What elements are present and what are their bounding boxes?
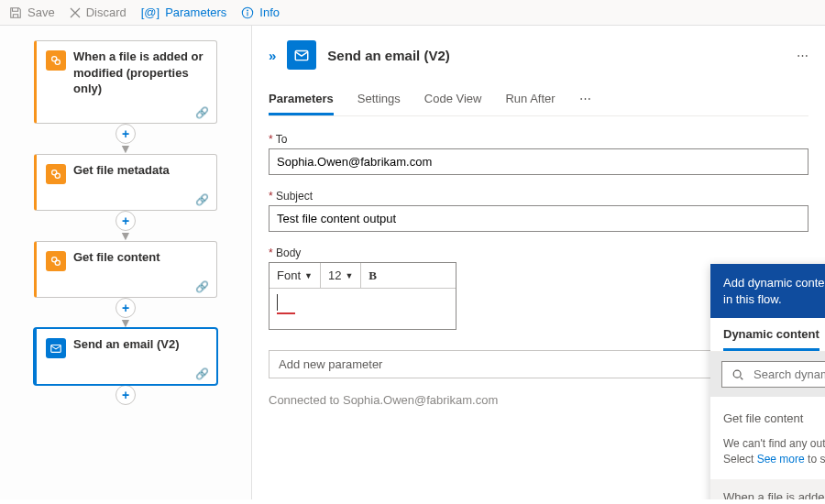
dynamic-search-input[interactable] xyxy=(754,367,825,381)
text-cursor xyxy=(277,294,278,311)
tab-overflow[interactable]: ⋯ xyxy=(579,86,591,115)
step-detail-panel: » Send an email (V2) ⋯ Parameters Settin… xyxy=(252,26,825,499)
arrow-down-icon: ▼ xyxy=(119,318,132,328)
body-editor: Font▼ 12▼ B xyxy=(269,262,456,330)
step-metadata-title: Get file metadata xyxy=(73,162,170,179)
caret-down-icon: ▼ xyxy=(345,271,353,280)
dynamic-section-get-file-content: Get file content See more xyxy=(710,397,825,436)
parameters-button[interactable]: [@] Parameters xyxy=(141,5,227,19)
editor-toolbar: Font▼ 12▼ B xyxy=(270,263,456,289)
font-size-selector[interactable]: 12▼ xyxy=(321,263,361,288)
detail-tabs: Parameters Settings Code View Run After … xyxy=(269,86,808,116)
body-label: * Body xyxy=(269,247,808,259)
discard-button[interactable]: Discard xyxy=(70,5,126,19)
dynamic-empty-message: We can't find any outputs to match this … xyxy=(710,436,825,479)
close-icon xyxy=(70,7,81,18)
svg-rect-2 xyxy=(248,12,248,16)
svg-point-6 xyxy=(55,173,60,178)
more-menu-button[interactable]: ⋯ xyxy=(797,49,808,62)
info-label: Info xyxy=(259,5,280,19)
outlook-icon xyxy=(46,338,66,358)
dynamic-header-text: Add dynamic content from the apps and co… xyxy=(723,275,825,307)
to-input[interactable] xyxy=(269,148,808,175)
link-icon: 🔗 xyxy=(195,280,209,293)
dynamic-search-box[interactable] xyxy=(721,361,825,388)
section-title: Get file content xyxy=(723,411,803,425)
main-area: When a file is added or modified (proper… xyxy=(0,26,825,499)
step-get-file-content[interactable]: Get file content 🔗 xyxy=(34,241,217,298)
save-icon xyxy=(9,6,22,19)
add-step-button[interactable]: + xyxy=(116,385,136,405)
detail-header: » Send an email (V2) ⋯ xyxy=(269,38,808,75)
discard-label: Discard xyxy=(86,5,126,19)
detail-title: Send an email (V2) xyxy=(327,48,449,63)
link-icon: 🔗 xyxy=(195,193,209,206)
to-label: * To xyxy=(269,133,808,146)
parameters-icon: [@] xyxy=(141,5,160,19)
dynamic-section-trigger: When a file is added or updated See more xyxy=(710,479,825,499)
outlook-icon xyxy=(287,40,316,70)
body-textarea[interactable] xyxy=(270,289,456,329)
link-icon: 🔗 xyxy=(195,106,209,119)
svg-point-8 xyxy=(55,260,60,265)
save-button[interactable]: Save xyxy=(9,5,55,19)
see-more-link[interactable]: See more xyxy=(757,453,805,466)
spellcheck-underline xyxy=(277,312,295,314)
sharepoint-icon xyxy=(46,251,66,271)
dynamic-panel-header: Add dynamic content from the apps and co… xyxy=(710,264,825,318)
step-send-email[interactable]: Send an email (V2) 🔗 xyxy=(34,328,217,385)
connector: + ▼ xyxy=(116,124,136,154)
subject-label: * Subject xyxy=(269,190,808,203)
svg-point-4 xyxy=(55,60,60,64)
flow-canvas: When a file is added or modified (proper… xyxy=(0,26,252,499)
dynamic-search-row xyxy=(710,352,825,397)
step-content-title: Get file content xyxy=(73,249,160,266)
arrow-down-icon: ▼ xyxy=(119,144,132,154)
dynamic-tabs: Dynamic content Expression xyxy=(710,318,825,352)
step-get-file-metadata[interactable]: Get file metadata 🔗 xyxy=(34,154,217,211)
info-icon xyxy=(241,6,254,19)
tab-settings[interactable]: Settings xyxy=(358,86,401,115)
connector: + xyxy=(116,385,136,405)
link-icon: 🔗 xyxy=(195,367,209,380)
parameters-label: Parameters xyxy=(165,5,226,19)
svg-point-11 xyxy=(733,370,741,378)
section-title: When a file is added or updated xyxy=(723,490,825,499)
subject-input[interactable] xyxy=(269,205,808,232)
step-trigger[interactable]: When a file is added or modified (proper… xyxy=(34,40,217,124)
search-icon xyxy=(732,368,744,381)
font-selector[interactable]: Font▼ xyxy=(270,263,321,288)
arrow-down-icon: ▼ xyxy=(119,231,132,241)
step-email-title: Send an email (V2) xyxy=(73,336,180,353)
sharepoint-icon xyxy=(46,164,66,184)
svg-point-1 xyxy=(247,9,248,11)
tab-run-after[interactable]: Run After xyxy=(505,86,555,115)
dynamic-content-panel: Add dynamic content from the apps and co… xyxy=(710,264,825,499)
caret-down-icon: ▼ xyxy=(304,271,313,280)
svg-line-12 xyxy=(741,377,743,379)
bold-button[interactable]: B xyxy=(361,263,384,288)
tab-parameters[interactable]: Parameters xyxy=(269,86,334,115)
save-label: Save xyxy=(28,5,55,19)
tab-dynamic-content[interactable]: Dynamic content xyxy=(723,318,820,351)
collapse-button[interactable]: » xyxy=(269,48,276,63)
connector: + ▼ xyxy=(116,298,136,328)
tab-code-view[interactable]: Code View xyxy=(424,86,482,115)
top-toolbar: Save Discard [@] Parameters Info xyxy=(0,0,825,26)
sharepoint-icon xyxy=(46,50,66,71)
step-trigger-title: When a file is added or modified (proper… xyxy=(73,49,207,97)
connector: + ▼ xyxy=(116,211,136,241)
info-button[interactable]: Info xyxy=(241,5,280,19)
